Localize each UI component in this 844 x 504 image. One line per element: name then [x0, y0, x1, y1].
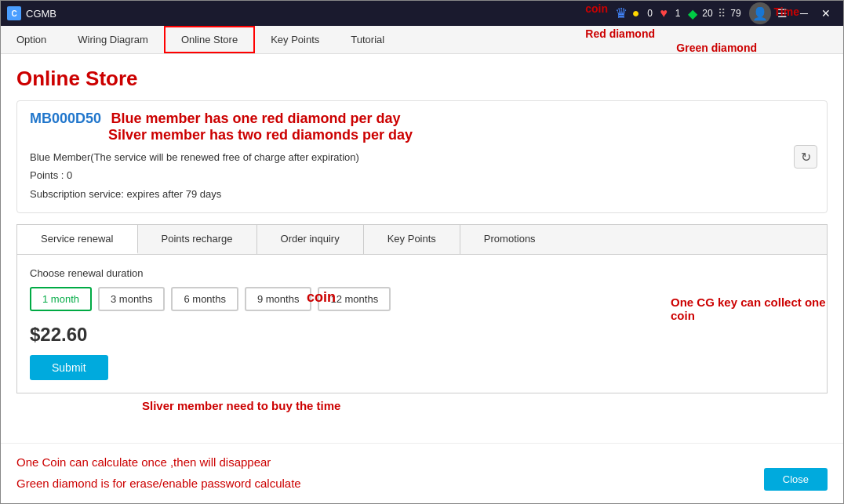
menu-online-store[interactable]: Online Store: [164, 26, 255, 53]
choose-duration-label: Choose renewal duration: [30, 267, 814, 279]
coin-count: 0: [645, 8, 656, 19]
refresh-button[interactable]: ↻: [794, 145, 817, 169]
menu-bar: Option Wiring Diagram Online Store Key P…: [1, 26, 843, 54]
tab-promotions[interactable]: Promotions: [460, 225, 559, 254]
annotation-silver-member: Silver member has two red diamonds per d…: [108, 127, 814, 143]
menu-option[interactable]: Option: [1, 26, 62, 53]
silver-member-annotation: Sliver member need to buy the time: [142, 399, 340, 412]
duration-options: 1 month 3 months 6 months 9 months 12 mo…: [30, 287, 814, 311]
menu-tutorial[interactable]: Tutorial: [335, 26, 400, 53]
close-window-button[interactable]: ✕: [815, 5, 837, 21]
menu-wiring-diagram[interactable]: Wiring Diagram: [62, 26, 164, 53]
menu-key-points[interactable]: Key Points: [255, 26, 335, 53]
service-renewal-content: Choose renewal duration 1 month 3 months…: [16, 254, 828, 393]
user-id: MB000D50: [30, 111, 101, 126]
user-info-section: MB000D50 Blue member has one red diamond…: [16, 100, 828, 213]
app-window: C CGMB ♛ ● 0 ♥ 1 ◆ 20 ⠿ 79 👤 ☰ ─ ✕ coin …: [0, 0, 844, 504]
heart-icon: ♥: [660, 6, 668, 20]
bottom-text: One Coin can calculate once ,then will d…: [16, 451, 828, 494]
user-button[interactable]: 👤: [749, 2, 771, 24]
title-bar: C CGMB ♛ ● 0 ♥ 1 ◆ 20 ⠿ 79 👤 ☰ ─ ✕: [1, 1, 843, 26]
submit-button[interactable]: Submit: [30, 355, 108, 380]
page-title: Online Store: [16, 67, 828, 91]
user-member-type: Blue Member(The service will be renewed …: [30, 148, 814, 203]
minimize-button[interactable]: ─: [793, 5, 815, 21]
duration-9months[interactable]: 9 months: [245, 287, 311, 311]
tabs-container: Service renewal Points recharge Order in…: [16, 224, 828, 254]
menu-button[interactable]: ☰: [771, 5, 793, 21]
tab-service-renewal[interactable]: Service renewal: [17, 225, 138, 254]
duration-12months[interactable]: 12 months: [318, 287, 391, 311]
tab-order-inquiry[interactable]: Order inquiry: [257, 225, 364, 254]
app-icon: C: [7, 6, 21, 20]
crown-icon: ♛: [615, 5, 628, 22]
price-display: $22.60: [30, 324, 814, 346]
green-count: 20: [702, 8, 713, 19]
separator-icon: ⠿: [718, 7, 726, 20]
time-count: 79: [730, 8, 741, 19]
heart-count: 1: [672, 8, 683, 19]
tab-points-recharge[interactable]: Points recharge: [138, 225, 257, 254]
duration-1month[interactable]: 1 month: [30, 287, 92, 311]
bottom-area: One Coin can calculate once ,then will d…: [1, 443, 843, 503]
coin-icon: ●: [632, 6, 640, 20]
content-area: Online Store MB000D50 Blue member has on…: [1, 54, 843, 443]
app-title: CGMB: [26, 8, 615, 20]
close-button[interactable]: Close: [764, 468, 828, 491]
duration-3months[interactable]: 3 months: [98, 287, 165, 311]
tab-key-points[interactable]: Key Points: [364, 225, 460, 254]
annotation-blue-member: Blue member has one red diamond per day: [111, 111, 401, 126]
green-diamond-icon: ◆: [688, 6, 697, 21]
duration-6months[interactable]: 6 months: [171, 287, 238, 311]
title-icons: ♛ ● 0 ♥ 1 ◆ 20 ⠿ 79: [615, 5, 741, 22]
